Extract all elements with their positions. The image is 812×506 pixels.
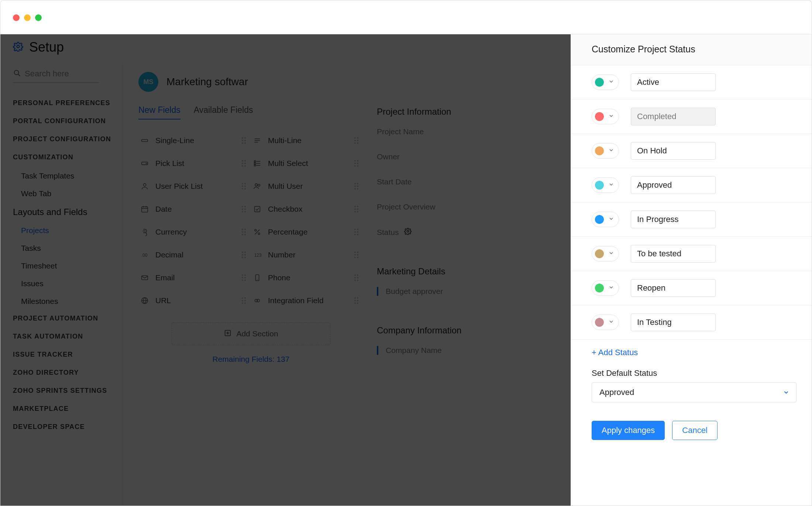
window-chrome bbox=[0, 0, 812, 34]
default-status-label: Set Default Status bbox=[592, 368, 791, 378]
status-row bbox=[571, 237, 812, 271]
status-name-input[interactable] bbox=[631, 313, 716, 331]
status-color-picker[interactable] bbox=[592, 74, 619, 90]
status-color-dot bbox=[595, 146, 604, 155]
status-name-input[interactable] bbox=[631, 245, 716, 263]
status-color-dot bbox=[595, 249, 604, 258]
minimize-window-button[interactable] bbox=[24, 14, 31, 21]
status-name-input bbox=[631, 108, 716, 125]
status-row bbox=[571, 168, 812, 202]
customize-status-panel: Customize Project Status + Add Status Se… bbox=[571, 34, 812, 506]
maximize-window-button[interactable] bbox=[35, 14, 42, 21]
default-status-select[interactable]: Approved bbox=[592, 382, 796, 402]
status-color-picker[interactable] bbox=[592, 177, 619, 193]
status-color-dot bbox=[595, 112, 604, 121]
chevron-down-icon bbox=[608, 216, 614, 223]
status-name-input[interactable] bbox=[631, 279, 716, 297]
status-color-picker[interactable] bbox=[592, 212, 619, 227]
status-color-dot bbox=[595, 215, 604, 224]
chevron-down-icon bbox=[608, 181, 614, 189]
status-color-picker[interactable] bbox=[592, 246, 619, 261]
default-status-value: Approved bbox=[599, 388, 634, 397]
apply-changes-button[interactable]: Apply changes bbox=[592, 421, 665, 440]
close-window-button[interactable] bbox=[13, 14, 20, 21]
status-color-picker[interactable] bbox=[592, 109, 619, 124]
cancel-button[interactable]: Cancel bbox=[672, 421, 717, 440]
status-color-picker[interactable] bbox=[592, 143, 619, 159]
chevron-down-icon bbox=[608, 284, 614, 292]
status-name-input[interactable] bbox=[631, 211, 716, 228]
status-row bbox=[571, 271, 812, 305]
panel-actions: Apply changes Cancel bbox=[571, 402, 812, 455]
status-name-input[interactable] bbox=[631, 176, 716, 194]
status-row bbox=[571, 305, 812, 340]
add-status-link[interactable]: + Add Status bbox=[592, 348, 638, 357]
traffic-lights bbox=[13, 14, 42, 21]
status-row bbox=[571, 100, 812, 134]
status-color-dot bbox=[595, 181, 604, 190]
chevron-down-icon bbox=[608, 113, 614, 120]
panel-title: Customize Project Status bbox=[592, 44, 797, 55]
status-color-dot bbox=[595, 284, 604, 292]
app: Setup PERSONAL PREFERENCESPORTAL CONFIGU… bbox=[0, 34, 812, 506]
status-row bbox=[571, 65, 812, 100]
status-name-input[interactable] bbox=[631, 142, 716, 160]
chevron-down-icon bbox=[608, 147, 614, 155]
chevron-down-icon bbox=[608, 319, 614, 326]
status-name-input[interactable] bbox=[631, 73, 716, 91]
chevron-down-icon bbox=[608, 250, 614, 257]
status-color-dot bbox=[595, 78, 604, 87]
status-row bbox=[571, 134, 812, 168]
panel-header: Customize Project Status bbox=[571, 34, 812, 65]
status-color-picker[interactable] bbox=[592, 280, 619, 296]
chevron-down-icon bbox=[608, 79, 614, 86]
status-color-picker[interactable] bbox=[592, 315, 619, 330]
status-row bbox=[571, 202, 812, 237]
status-color-dot bbox=[595, 318, 604, 327]
